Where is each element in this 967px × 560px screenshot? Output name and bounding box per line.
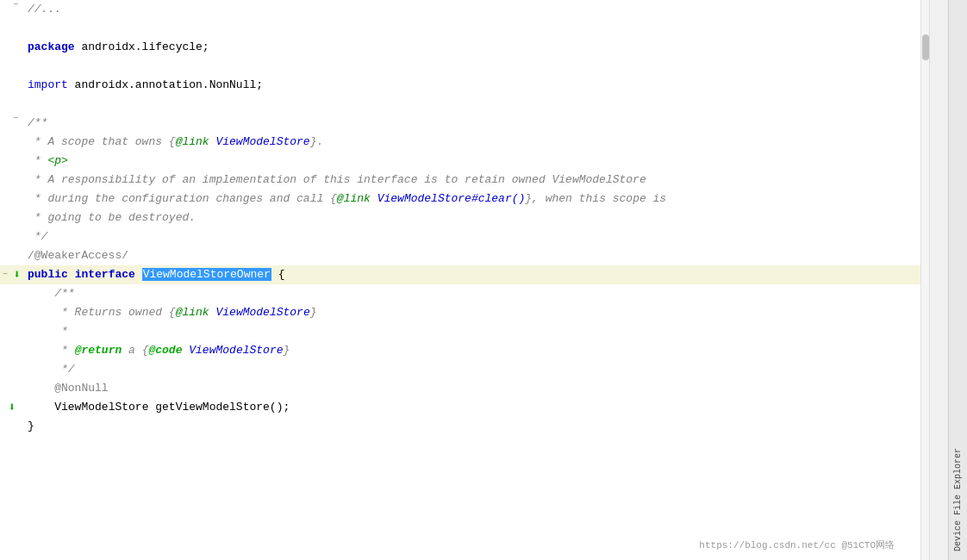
- code-line: * A responsibility of an implementation …: [0, 171, 920, 190]
- line-content: * A responsibility of an implementation …: [24, 171, 920, 190]
- code-token: * going to be destroyed.: [28, 211, 196, 224]
- line-content: }: [24, 417, 920, 436]
- line-content: @NonNull: [24, 379, 920, 398]
- code-token: }: [28, 420, 34, 432]
- code-line: [0, 57, 920, 76]
- line-content: * @return a {@code ViewModelStore}: [24, 341, 920, 360]
- code-token: ViewModelStoreOwner: [142, 268, 271, 281]
- code-line: ⬇ ViewModelStore getViewModelStore();: [0, 398, 920, 417]
- code-token: * A responsibility of an implementation …: [28, 173, 646, 186]
- code-line: * going to be destroyed.: [0, 208, 920, 227]
- code-token: ViewModelStore: [209, 306, 310, 319]
- code-editor: −//...package androidx.lifecycle;import …: [0, 0, 920, 560]
- line-content: */: [24, 227, 920, 246]
- code-token: @link: [176, 135, 209, 148]
- line-content: /@WeakerAccess/: [24, 246, 920, 265]
- code-line: /@WeakerAccess/: [0, 246, 920, 265]
- line-content: ViewModelStore getViewModelStore();: [24, 398, 920, 417]
- code-line: [0, 95, 920, 114]
- code-line: * A scope that owns {@link ViewModelStor…: [0, 133, 920, 152]
- line-content: /**: [24, 114, 920, 133]
- line-content: import androidx.annotation.NonNull;: [24, 76, 920, 95]
- device-file-explorer-panel[interactable]: Device File Explorer: [948, 0, 967, 560]
- code-token: }: [284, 344, 290, 357]
- line-gutter: −⬇: [0, 265, 24, 284]
- line-content: //...: [24, 0, 920, 19]
- code-token: public: [28, 268, 68, 281]
- code-line: −//...: [0, 0, 920, 19]
- code-line: }: [0, 417, 920, 436]
- code-token: *: [54, 344, 74, 357]
- code-token: /@WeakerAccess/: [28, 249, 128, 262]
- code-token: /**: [28, 116, 47, 129]
- code-token: androidx.lifecycle;: [75, 40, 209, 53]
- code-line: −/**: [0, 114, 920, 133]
- code-token: androidx.annotation.NonNull;: [68, 78, 263, 91]
- line-content: public interface ViewModelStoreOwner {: [24, 265, 920, 284]
- line-content: * <p>: [24, 152, 920, 171]
- left-arrow-icon-2: ⬇: [9, 398, 16, 417]
- fold-icon[interactable]: −: [0, 270, 10, 280]
- device-file-explorer-label[interactable]: Device File Explorer: [953, 448, 963, 551]
- right-panel: 实: [929, 0, 948, 560]
- line-content: */: [24, 360, 920, 379]
- line-gutter: ⬇: [0, 398, 24, 417]
- code-token: {: [271, 268, 285, 281]
- code-token: @link: [337, 192, 371, 205]
- code-line: * during the configuration changes and c…: [0, 190, 920, 208]
- code-line: */: [0, 360, 920, 379]
- code-token: */: [54, 363, 74, 376]
- code-token: a {: [122, 344, 148, 357]
- fold-icon[interactable]: −: [10, 0, 21, 10]
- line-gutter: −: [0, 114, 24, 124]
- code-token: interface: [75, 268, 135, 281]
- code-token: [135, 268, 142, 281]
- code-token: *: [28, 154, 47, 167]
- code-token: ViewModelStore#clear(): [371, 192, 525, 205]
- code-token: ViewModelStore: [209, 135, 310, 148]
- code-token: @link: [176, 306, 209, 319]
- code-token: /**: [54, 287, 74, 300]
- line-content: * going to be destroyed.: [24, 208, 920, 227]
- code-line: @NonNull: [0, 379, 920, 398]
- code-token: ViewModelStore: [182, 344, 283, 357]
- code-line: * Returns owned {@link ViewModelStore}: [0, 303, 920, 322]
- line-content: *: [24, 322, 920, 341]
- code-token: @NonNull: [54, 382, 108, 395]
- code-content: −//...package androidx.lifecycle;import …: [0, 0, 920, 436]
- code-line: /**: [0, 284, 920, 303]
- code-line: [0, 19, 920, 38]
- code-token: }.: [310, 135, 324, 148]
- code-token: }: [310, 306, 317, 319]
- line-content: package androidx.lifecycle;: [24, 38, 920, 57]
- code-token: import: [28, 78, 68, 91]
- line-gutter: −: [0, 0, 24, 10]
- code-token: * during the configuration changes and c…: [28, 192, 337, 205]
- scrollbar-thumb[interactable]: [922, 34, 929, 60]
- code-token: package: [28, 40, 75, 53]
- fold-icon[interactable]: −: [10, 114, 21, 124]
- code-token: */: [28, 230, 47, 243]
- code-token: }, when this scope is: [525, 192, 666, 205]
- code-token: ViewModelStore getViewModelStore();: [54, 401, 290, 414]
- code-token: *: [54, 325, 68, 338]
- line-content: * Returns owned {@link ViewModelStore}: [24, 303, 920, 322]
- code-token: * Returns owned {: [54, 306, 175, 319]
- code-line: *: [0, 322, 920, 341]
- code-line: * <p>: [0, 152, 920, 171]
- code-token: @return: [75, 344, 122, 357]
- scrollbar[interactable]: [920, 0, 929, 560]
- code-line: −⬇public interface ViewModelStoreOwner {: [0, 265, 920, 284]
- code-line: import androidx.annotation.NonNull;: [0, 76, 920, 95]
- code-token: @code: [148, 344, 182, 357]
- watermark: https://blog.csdn.net/cc @51CTO网络: [699, 538, 895, 551]
- code-token: //...: [28, 3, 61, 16]
- code-line: package androidx.lifecycle;: [0, 38, 920, 57]
- line-content: * A scope that owns {@link ViewModelStor…: [24, 133, 920, 152]
- code-line: */: [0, 227, 920, 246]
- line-content: /**: [24, 284, 920, 303]
- line-content: * during the configuration changes and c…: [24, 190, 920, 208]
- code-token: <p>: [47, 154, 67, 167]
- code-token: [68, 268, 75, 281]
- code-line: * @return a {@code ViewModelStore}: [0, 341, 920, 360]
